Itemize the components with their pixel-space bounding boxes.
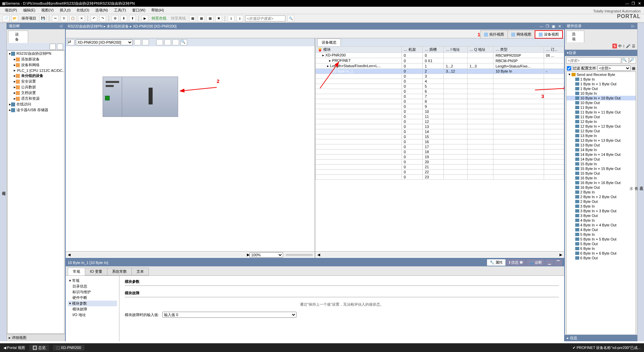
catalog-item[interactable]: 13 Byte Out (567, 143, 636, 147)
input-value-selector[interactable]: 输入值 0 (162, 312, 297, 318)
catalog-item[interactable]: 4 Byte Out (567, 227, 636, 232)
options-tab[interactable]: 选项 (566, 31, 584, 42)
portal-view-button[interactable]: ◀ Portal 视图 (3, 345, 25, 350)
catalog-item[interactable]: 11 Byte Out (567, 115, 636, 119)
tree-node[interactable]: ▸ 公共数据 (8, 84, 64, 90)
ov-hscroll-right[interactable]: ▶ (559, 253, 562, 257)
props-nav-item[interactable]: 模块故障 (68, 306, 117, 312)
table-row[interactable]: 07 (316, 94, 564, 99)
collapse-icon[interactable]: ◁ (58, 24, 63, 28)
props-nav-item[interactable]: I/O 地址 (68, 312, 117, 318)
tab-general[interactable]: 常规 (68, 268, 85, 275)
zoom-slider[interactable] (286, 254, 313, 256)
port-icon[interactable] (105, 96, 110, 100)
menu-item[interactable]: 窗口(W) (129, 7, 148, 13)
dev-tool-2[interactable] (142, 39, 149, 45)
status-device-tab[interactable]: ⬚ XD-PNR200 (53, 345, 85, 351)
hscrollbar[interactable] (72, 253, 246, 257)
download-icon[interactable]: ⬇ (120, 15, 127, 22)
tab-properties[interactable]: 🔧属性 (487, 259, 505, 266)
minimize-button[interactable]: — (625, 1, 630, 6)
table-header[interactable]: … I 地址 (444, 47, 468, 53)
catalog-item[interactable]: 11 Byte In + 11 Byte Out (567, 110, 636, 115)
table-header[interactable]: … 机架 (401, 47, 423, 53)
dev-tool-1[interactable] (134, 39, 141, 45)
catalog-item[interactable]: 12 Byte Out (567, 129, 636, 133)
menu-item[interactable]: 插入(I) (57, 7, 73, 13)
compile-icon[interactable]: ⚙ (112, 15, 118, 22)
ime-punct[interactable]: ⁞ (623, 44, 625, 48)
catalog-item[interactable]: 10 Byte In (567, 91, 636, 96)
table-row[interactable]: 015 (316, 134, 564, 139)
table-header[interactable]: … 插槽 (423, 47, 444, 53)
table-row[interactable]: ▸ PROFINET00 X1RBCM-PNSP (316, 58, 564, 63)
tab-network-view[interactable]: 网络视图 (507, 30, 535, 39)
right-edge-tabs[interactable]: 在线工具任务库 (637, 23, 644, 341)
table-row[interactable]: 05 (316, 84, 564, 89)
redo-icon[interactable]: ↷ (99, 15, 106, 22)
catalog-tree[interactable]: ▾ Send and Receive Byte 1 Byte In 1 Byte… (566, 72, 636, 335)
tree-node[interactable]: ▸ 读卡器/USB 存储器 (8, 107, 64, 113)
table-row[interactable]: 016 (316, 139, 564, 144)
catalog-item[interactable]: 12 Byte In + 12 Byte Out (567, 124, 636, 129)
table-row[interactable]: 011 (316, 114, 564, 119)
props-nav-item[interactable]: ▾ 常规 (68, 278, 117, 283)
table-row[interactable]: 019 (316, 155, 564, 160)
ime-icon[interactable]: S (612, 44, 617, 48)
menu-item[interactable]: 编辑(E) (20, 7, 38, 13)
tab-system-constants[interactable]: 系统常数 (107, 268, 132, 275)
device-nav-icon[interactable]: ⇄ (68, 39, 74, 45)
catalog-item[interactable]: 3 Byte In + 3 Byte Out (567, 209, 636, 213)
go-offline-button[interactable]: 转至离线 (170, 16, 187, 21)
tree-node[interactable]: ▸ 添加新设备 (8, 56, 64, 62)
project-tree[interactable]: ▸ RS232自由协议转PN▸ 添加新设备▸ 设备和网络▸ PLC_1 [CPU… (7, 50, 64, 334)
tree-node[interactable]: ▸ 设备和网络 (8, 62, 64, 68)
tree-node[interactable]: ▸ 在线访问 (8, 101, 64, 107)
catalog-item[interactable]: 6 Byte In (567, 246, 636, 251)
device-selector[interactable]: XD-PNR200 [XD-PNR200] (76, 39, 133, 45)
simulation-icon[interactable]: ▶ (142, 15, 148, 22)
catalog-item[interactable]: 16 Byte In + 16 Byte Out (567, 180, 636, 185)
ov-hscrollbar[interactable] (321, 253, 558, 257)
right-tab[interactable]: 任务 (634, 33, 639, 335)
search-icon[interactable]: 🔍 (287, 15, 294, 22)
tree-node[interactable]: ▸ 文档设置 (8, 90, 64, 96)
catalog-item[interactable]: 5 Byte In + 5 Byte Out (567, 237, 636, 241)
catalog-item[interactable]: 13 Byte In + 13 Byte Out (567, 138, 636, 143)
catalog-item[interactable]: 6 Byte In + 6 Byte Out (567, 251, 636, 256)
catalog-item[interactable]: 15 Byte Out (567, 171, 636, 176)
delete-icon[interactable]: ✕ (78, 15, 85, 22)
table-row[interactable]: 06 (316, 89, 564, 94)
props-nav-item[interactable]: ▾ 模块参数 (68, 301, 117, 306)
catalog-item[interactable]: 6 Byte Out (567, 256, 636, 260)
tree-tool-1[interactable] (50, 44, 56, 50)
table-row[interactable]: 03 (316, 74, 564, 79)
table-row[interactable]: 08 (316, 99, 564, 104)
catalog-root[interactable]: ▾ Send and Receive Byte (567, 72, 636, 77)
props-nav-item[interactable]: 标识与维护 (68, 289, 117, 295)
menu-item[interactable]: 在线(O) (74, 7, 92, 13)
editor-maximize-icon[interactable]: ▣ (551, 24, 556, 29)
catalog-search-input[interactable] (566, 57, 621, 63)
menu-item[interactable]: 帮助(H) (149, 7, 166, 13)
catalog-item[interactable]: 14 Byte In + 14 Byte Out (567, 152, 636, 157)
hscroll-right[interactable]: ▶ (247, 253, 250, 257)
save-icon[interactable]: 💾 (40, 15, 46, 22)
table-row[interactable]: 014 (316, 129, 564, 134)
table-row[interactable]: 018 (316, 149, 564, 155)
catalog-item[interactable]: 4 Byte In + 4 Byte Out (567, 223, 636, 227)
table-row[interactable]: 022 (316, 170, 564, 175)
zoom-selector[interactable]: 100% (250, 252, 283, 258)
tab-io-variables[interactable]: IO 变量 (85, 268, 107, 275)
catalog-section-header[interactable]: ▾ 目录 (565, 50, 637, 56)
table-row[interactable]: 020 (316, 160, 564, 165)
save-project-button[interactable]: 保存项目 (20, 16, 38, 21)
device-rack[interactable] (103, 77, 178, 117)
right-tab[interactable]: 在线工具 (639, 33, 644, 335)
device-overview-tab[interactable]: 设备概览 (317, 39, 341, 46)
tree-node[interactable]: ▸ RS232自由协议转PN (8, 51, 64, 56)
table-row[interactable]: 021 (316, 165, 564, 170)
catalog-item[interactable]: 3 Byte In (567, 204, 636, 209)
devices-tab[interactable]: 设备 (8, 31, 28, 43)
zoom-fit-icon[interactable]: 🔍 (180, 39, 187, 45)
